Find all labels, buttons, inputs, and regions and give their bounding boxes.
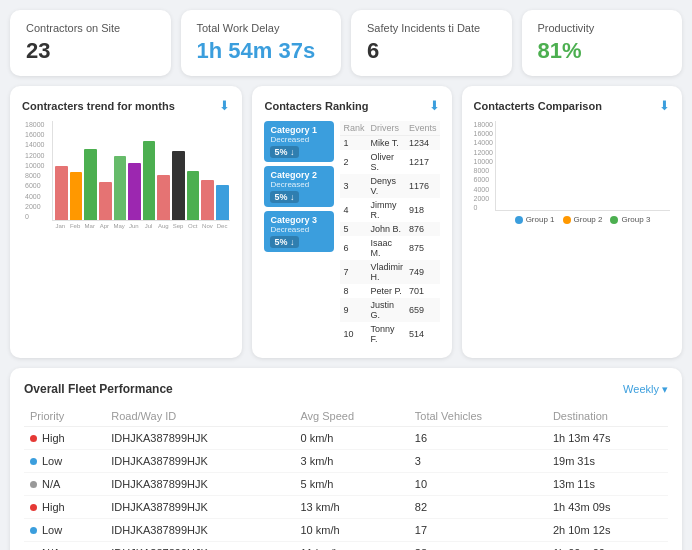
trend-y-label: 14000	[25, 141, 44, 148]
fleet-vehicles-5: 38	[409, 542, 547, 551]
fleet-dest-5: 1h 00m 00s	[547, 542, 668, 551]
priority-label-1: Low	[42, 455, 62, 467]
weekly-filter-btn[interactable]: Weekly ▾	[623, 383, 668, 396]
legend-dot-2	[610, 216, 618, 224]
fleet-dest-1: 19m 31s	[547, 450, 668, 473]
trend-x-label: Feb	[69, 223, 82, 229]
trend-x-label: Jan	[54, 223, 67, 229]
fleet-speed-4: 10 km/h	[294, 519, 408, 542]
fleet-road-id-1: IDHJKA387899HJK	[105, 450, 294, 473]
kpi-card-3: Productivity 81%	[522, 10, 683, 76]
comp-y-label: 8000	[474, 167, 493, 174]
fleet-col-speed: Avg Speed	[294, 406, 408, 427]
fleet-road-id-0: IDHJKA387899HJK	[105, 427, 294, 450]
rank-cell-driver-0: Mike T.	[368, 136, 407, 151]
ranking-content: Category 1 Decreased 5% ↓ Category 2 Dec…	[264, 121, 439, 346]
fleet-vehicles-3: 82	[409, 496, 547, 519]
priority-badge-2: N/A	[30, 478, 99, 490]
rank-cat-status-1: Decreased	[270, 180, 328, 189]
rank-cell-rank-3: 4	[340, 198, 367, 222]
rank-table-row: 6 Isaac M. 875	[340, 236, 439, 260]
fleet-priority-2: N/A	[24, 473, 105, 496]
comp-y-label: 16000	[474, 130, 493, 137]
rank-cat-name-1: Category 2	[270, 170, 328, 180]
trend-x-label: Nov	[201, 223, 214, 229]
kpi-card-2: Safety Incidents ti Date 6	[351, 10, 512, 76]
priority-dot-1	[30, 458, 37, 465]
ranking-categories: Category 1 Decreased 5% ↓ Category 2 Dec…	[264, 121, 334, 346]
comp-y-labels: 1800016000140001200010000800060004000200…	[474, 121, 493, 211]
trend-bar-7	[157, 175, 170, 220]
fleet-table-row: High IDHJKA387899HJK 13 km/h 82 1h 43m 0…	[24, 496, 668, 519]
trend-bar-8	[172, 151, 185, 220]
rank-cell-driver-7: Peter P.	[368, 284, 407, 298]
ranking-download-icon[interactable]: ⬇	[429, 98, 440, 113]
rank-table-row: 7 Vladimir H. 749	[340, 260, 439, 284]
priority-dot-2	[30, 481, 37, 488]
comparison-wrapper: 1800016000140001200010000800060004000200…	[474, 121, 670, 224]
rank-category-1: Category 2 Decreased 5% ↓	[264, 166, 334, 207]
trend-bar-3	[99, 182, 112, 220]
rank-table-row: 2 Oliver S. 1217	[340, 150, 439, 174]
legend-item-0: Group 1	[515, 215, 555, 224]
fleet-road-id-3: IDHJKA387899HJK	[105, 496, 294, 519]
trend-x-label: Oct	[186, 223, 199, 229]
rank-cell-driver-2: Denys V.	[368, 174, 407, 198]
fleet-table-row: N/A IDHJKA387899HJK 11 km/h 38 1h 00m 00…	[24, 542, 668, 551]
comp-y-label: 0	[474, 204, 493, 211]
kpi-label-2: Safety Incidents ti Date	[367, 22, 496, 34]
trend-y-label: 12000	[25, 152, 44, 159]
comparison-card: Contacterts Comparison ⬇ 180001600014000…	[462, 86, 682, 358]
comparison-chart	[495, 121, 670, 211]
rank-table-row: 4 Jimmy R. 918	[340, 198, 439, 222]
trend-y-labels: 1800016000140001200010000800060004000200…	[25, 121, 44, 220]
trend-bar-chart: 1800016000140001200010000800060004000200…	[52, 121, 230, 221]
comp-y-label: 6000	[474, 176, 493, 183]
fleet-vehicles-1: 3	[409, 450, 547, 473]
rank-cat-badge-0: 5% ↓	[270, 146, 298, 158]
rank-cell-events-1: 1217	[406, 150, 440, 174]
rank-cell-driver-1: Oliver S.	[368, 150, 407, 174]
fleet-road-id-2: IDHJKA387899HJK	[105, 473, 294, 496]
rank-cat-name-0: Category 1	[270, 125, 328, 135]
trend-x-label: Jul	[142, 223, 155, 229]
rank-cell-rank-2: 3	[340, 174, 367, 198]
fleet-speed-3: 13 km/h	[294, 496, 408, 519]
priority-label-2: N/A	[42, 478, 60, 490]
rank-cell-events-0: 1234	[406, 136, 440, 151]
fleet-table: Priority Road/Way ID Avg Speed Total Veh…	[24, 406, 668, 550]
rank-table-row: 1 Mike T. 1234	[340, 136, 439, 151]
fleet-col-destination: Destination	[547, 406, 668, 427]
priority-dot-3	[30, 504, 37, 511]
fleet-title: Overall Fleet Performance	[24, 382, 173, 396]
trend-chart-header: Contracters trend for months ⬇	[22, 98, 230, 113]
fleet-dest-3: 1h 43m 09s	[547, 496, 668, 519]
trend-x-label: Aug	[157, 223, 170, 229]
trend-bar-5	[128, 163, 141, 220]
rank-cell-events-8: 659	[406, 298, 440, 322]
rank-cell-rank-9: 10	[340, 322, 367, 346]
kpi-value-0: 23	[26, 38, 155, 64]
rank-cell-driver-6: Vladimir H.	[368, 260, 407, 284]
rank-cell-events-2: 1176	[406, 174, 440, 198]
comparison-download-icon[interactable]: ⬇	[659, 98, 670, 113]
trend-bar-10	[201, 180, 214, 220]
rank-cell-rank-4: 5	[340, 222, 367, 236]
priority-badge-4: Low	[30, 524, 99, 536]
trend-x-labels: JanFebMarAprMayJunJulAugSepOctNovDec	[52, 223, 230, 229]
fleet-priority-5: N/A	[24, 542, 105, 551]
legend-label-1: Group 2	[574, 215, 603, 224]
fleet-road-id-5: IDHJKA387899HJK	[105, 542, 294, 551]
ranking-right: Rank Drivers Events 1 Mike T. 1234 2 Oli…	[340, 121, 439, 346]
rank-cell-rank-0: 1	[340, 136, 367, 151]
kpi-value-3: 81%	[538, 38, 667, 64]
rank-cell-rank-8: 9	[340, 298, 367, 322]
fleet-road-id-4: IDHJKA387899HJK	[105, 519, 294, 542]
rank-cell-rank-1: 2	[340, 150, 367, 174]
trend-download-icon[interactable]: ⬇	[219, 98, 230, 113]
kpi-value-2: 6	[367, 38, 496, 64]
kpi-label-0: Contractors on Site	[26, 22, 155, 34]
legend-item-1: Group 2	[563, 215, 603, 224]
comp-y-label: 18000	[474, 121, 493, 128]
fleet-dest-0: 1h 13m 47s	[547, 427, 668, 450]
